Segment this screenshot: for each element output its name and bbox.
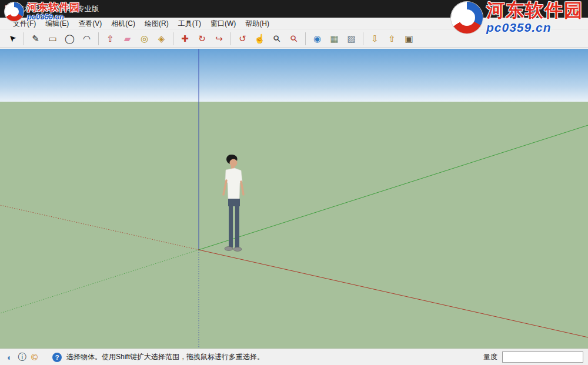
offset-icon: ↪ [215, 34, 223, 43]
photo-textures-icon: ▨ [347, 34, 355, 43]
menu-draw[interactable]: 绘图(R) [140, 18, 173, 29]
person-left-shoe [225, 247, 233, 251]
menu-edit[interactable]: 编辑(E) [41, 18, 74, 29]
share-model-icon: ⇧ [388, 34, 396, 43]
menu-bar: 文件(F) 编辑(E) 查看(V) 相机(C) 绘图(R) 工具(T) 窗口(W… [0, 18, 588, 29]
move-tool-button[interactable]: ✚ [177, 31, 193, 46]
photo-textures-tool-button[interactable]: ▨ [343, 31, 359, 46]
model-viewport[interactable] [0, 49, 588, 349]
arc-icon: ◠ [83, 34, 91, 43]
person-face [230, 159, 238, 167]
toolbar-separator [173, 32, 173, 45]
toolbar-separator [363, 32, 363, 45]
select-tool-button[interactable]: ➤ [4, 31, 20, 46]
status-bar: ◐ ⓘ © ? 选择物体。使用Shift键扩大选择范围，拖拽鼠标进行多重选择。 … [0, 349, 588, 365]
zoom-tool-button[interactable]: ⚲ [269, 31, 285, 46]
offset-tool-button[interactable]: ↪ [211, 31, 227, 46]
sky [0, 49, 588, 102]
get-models-tool-button[interactable]: ⇩ [367, 31, 383, 46]
components-icon: ▣ [405, 34, 413, 43]
toolbar-separator [24, 32, 24, 45]
line-icon: ✎ [32, 34, 39, 43]
rectangle-tool-button[interactable]: ▭ [45, 31, 61, 46]
paint-bucket-icon: ◈ [158, 34, 165, 43]
geolocation-icon[interactable]: ◐ [5, 352, 15, 362]
measurements-input[interactable] [502, 351, 583, 363]
eraser-icon: ▰ [124, 34, 131, 43]
select-icon: ➤ [6, 33, 18, 45]
toggle-terrain-tool-button[interactable]: ▦ [326, 31, 342, 46]
tape-measure-tool-button[interactable]: ◎ [136, 31, 152, 46]
add-location-icon: ◉ [313, 34, 321, 43]
orbit-icon: ↺ [239, 34, 246, 43]
pan-icon: ☝ [254, 34, 265, 43]
rotate-tool-button[interactable]: ↻ [194, 31, 210, 46]
paint-bucket-tool-button[interactable]: ◈ [153, 31, 169, 46]
measurements-area: 量度 [483, 351, 583, 363]
arc-tool-button[interactable]: ◠ [79, 31, 95, 46]
zoom-extents-icon: ⚲ [288, 33, 299, 43]
minimize-button[interactable]: — [507, 0, 534, 18]
menu-help[interactable]: 帮助(H) [240, 18, 274, 29]
menu-view[interactable]: 查看(V) [74, 18, 106, 29]
window-title: 无标题 - SketchUp 专业版 [18, 4, 99, 14]
zoom-extents-tool-button[interactable]: ⚲ [286, 31, 302, 46]
person-left-leg [229, 205, 233, 247]
eraser-tool-button[interactable]: ▰ [119, 31, 135, 46]
maximize-button[interactable]: □ [534, 0, 561, 18]
model-info-icon[interactable]: ⓘ [17, 352, 27, 362]
person-right-shoe [233, 247, 242, 252]
share-model-tool-button[interactable]: ⇧ [384, 31, 400, 46]
toolbar-separator [305, 32, 306, 45]
tape-measure-icon: ◎ [141, 34, 148, 43]
measurements-label: 量度 [483, 352, 497, 362]
orbit-tool-button[interactable]: ↺ [235, 31, 250, 46]
sketchup-logo-icon [5, 5, 14, 14]
pan-tool-button[interactable]: ☝ [252, 31, 268, 46]
close-button[interactable]: ✕ [561, 0, 588, 18]
menu-camera[interactable]: 相机(C) [106, 18, 140, 29]
get-models-icon: ⇩ [371, 34, 379, 43]
toolbar-tools: ➤✎▭◯◠⇧▰◎◈✚↻↪↺☝⚲⚲◉▦▨⇩⇧▣ [0, 29, 588, 48]
toggle-terrain-icon: ▦ [330, 34, 338, 43]
move-icon: ✚ [181, 34, 189, 43]
push-pull-icon: ⇧ [106, 34, 114, 43]
menu-file[interactable]: 文件(F) [8, 18, 41, 29]
zoom-icon: ⚲ [271, 33, 282, 43]
rectangle-icon: ▭ [48, 34, 56, 43]
components-tool-button[interactable]: ▣ [401, 31, 417, 46]
line-tool-button[interactable]: ✎ [28, 31, 44, 46]
credits-icon[interactable]: © [29, 352, 39, 362]
toolbar-separator [230, 32, 231, 45]
circle-tool-button[interactable]: ◯ [62, 31, 78, 46]
menu-window[interactable]: 窗口(W) [206, 18, 240, 29]
status-hint-text: 选择物体。使用Shift键扩大选择范围，拖拽鼠标进行多重选择。 [66, 352, 264, 362]
person-right-leg [235, 205, 239, 247]
menu-tools[interactable]: 工具(T) [173, 18, 206, 29]
title-bar: 无标题 - SketchUp 专业版 — □ ✕ [0, 0, 588, 18]
add-location-tool-button[interactable]: ◉ [309, 31, 325, 46]
sketchup-window: 无标题 - SketchUp 专业版 — □ ✕ 文件(F) 编辑(E) 查看(… [0, 0, 588, 365]
help-icon[interactable]: ? [52, 353, 62, 362]
circle-icon: ◯ [65, 34, 75, 43]
toolbar-separator [98, 32, 99, 45]
rotate-icon: ↻ [198, 34, 206, 43]
push-pull-tool-button[interactable]: ⇧ [102, 31, 118, 46]
